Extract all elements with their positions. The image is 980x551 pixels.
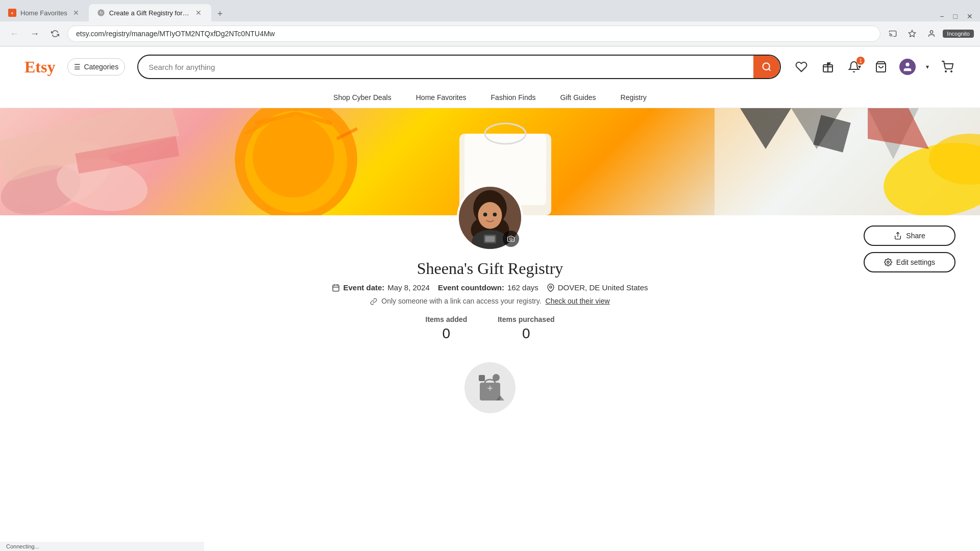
wishlist-button[interactable] <box>793 59 810 75</box>
svg-point-6 <box>930 31 933 33</box>
hamburger-icon: ☰ <box>74 63 81 71</box>
user-avatar[interactable] <box>899 59 916 75</box>
svg-rect-45 <box>485 236 495 242</box>
svg-point-42 <box>493 213 497 217</box>
back-button[interactable]: ← <box>6 26 22 42</box>
svg-point-20 <box>253 116 334 197</box>
bottom-icon-area <box>0 352 980 423</box>
svg-point-7 <box>763 63 770 70</box>
bookmark-button[interactable] <box>904 26 920 42</box>
search-button[interactable] <box>753 55 780 79</box>
tab-registry-close[interactable]: ✕ <box>194 8 203 17</box>
nav-shop-cyber-deals[interactable]: Shop Cyber Deals <box>333 93 391 102</box>
items-purchased-stat: Items purchased 0 <box>498 315 554 342</box>
tab-home-close[interactable]: ✕ <box>71 8 81 17</box>
status-text: Connecting... <box>6 543 39 549</box>
categories-button[interactable]: ☰ Categories <box>67 58 125 76</box>
nav-registry[interactable]: Registry <box>621 93 647 102</box>
reload-button[interactable] <box>47 26 63 42</box>
nav-home-favorites[interactable]: Home Favorites <box>416 93 467 102</box>
location-value: DOVER, DE United States <box>558 283 648 292</box>
action-buttons: Share Edit settings <box>864 226 955 272</box>
svg-point-46 <box>510 238 512 240</box>
registry-title: Sheena's Gift Registry <box>417 259 564 278</box>
maximize-button[interactable]: □ <box>950 11 961 21</box>
items-purchased-value: 0 <box>522 325 530 342</box>
svg-point-40 <box>478 202 502 229</box>
svg-text:↻: ↻ <box>99 11 103 15</box>
privacy-text: Only someone with a link can access your… <box>381 297 541 305</box>
check-view-link[interactable]: Check out their view <box>546 297 610 305</box>
etsy-logo[interactable]: Etsy <box>24 58 55 77</box>
browser-chrome: e Home Favorites ✕ ↻ Create a Gift Regis… <box>0 0 980 46</box>
event-date-value: May 8, 2024 <box>387 283 430 292</box>
svg-point-12 <box>951 71 952 72</box>
address-bar-row: ← → Incognito <box>0 21 980 46</box>
add-items-icon <box>464 362 516 413</box>
svg-point-36 <box>887 261 889 263</box>
tab-registry[interactable]: ↻ Create a Gift Registry for a Birth ✕ <box>89 4 211 21</box>
bag-button[interactable] <box>873 59 889 75</box>
privacy-note: Only someone with a link can access your… <box>370 297 609 305</box>
minimize-button[interactable]: − <box>937 11 947 21</box>
header-icons: 1 ▾ ▾ <box>793 59 955 75</box>
etsy-header: Etsy ☰ Categories <box>0 46 980 108</box>
link-icon <box>370 298 377 305</box>
search-input[interactable] <box>138 63 753 71</box>
items-purchased-label: Items purchased <box>498 315 554 323</box>
gift-card-button[interactable] <box>820 59 836 75</box>
tab-home-favicon: e <box>8 9 16 17</box>
items-added-value: 0 <box>443 325 451 342</box>
incognito-badge[interactable]: Incognito <box>943 30 974 38</box>
edit-settings-label: Edit settings <box>896 258 935 266</box>
change-photo-button[interactable] <box>503 231 519 247</box>
svg-rect-54 <box>489 386 491 391</box>
event-date-meta: Event date: May 8, 2024 <box>332 283 429 292</box>
search-bar <box>137 55 781 79</box>
share-label: Share <box>906 232 925 240</box>
notifications-button[interactable]: 1 ▾ <box>846 59 863 75</box>
profile-button[interactable] <box>923 26 940 42</box>
categories-label: Categories <box>84 63 118 71</box>
profile-section: Sheena's Gift Registry Event date: May 8… <box>0 215 980 352</box>
address-input[interactable] <box>67 26 880 42</box>
notification-badge: 1 <box>856 57 865 65</box>
tab-home-label: Home Favorites <box>20 9 67 17</box>
svg-rect-47 <box>333 285 339 291</box>
forward-button[interactable]: → <box>27 26 43 42</box>
event-countdown-meta: Event countdown: 162 days <box>438 283 538 292</box>
toolbar-icons: Incognito <box>885 26 974 42</box>
svg-point-10 <box>905 63 909 66</box>
items-added-stat: Items added 0 <box>426 315 468 342</box>
stats-row: Items added 0 Items purchased 0 <box>426 315 555 342</box>
event-countdown-value: 162 days <box>507 283 538 292</box>
nav-gift-guides[interactable]: Gift Guides <box>560 93 596 102</box>
tab-registry-label: Create a Gift Registry for a Birth <box>109 9 190 17</box>
etsy-nav: Shop Cyber Deals Home Favorites Fashion … <box>24 87 955 108</box>
tab-home-favorites[interactable]: e Home Favorites ✕ <box>0 4 89 21</box>
svg-point-11 <box>945 71 946 72</box>
etsy-page: Etsy ☰ Categories <box>0 46 980 542</box>
cart-button[interactable] <box>939 59 955 75</box>
registry-content: Share Edit settings <box>0 215 980 423</box>
nav-fashion-finds[interactable]: Fashion Finds <box>491 93 536 102</box>
avatar-container <box>457 185 523 251</box>
tab-registry-favicon: ↻ <box>97 9 105 17</box>
close-button[interactable]: ✕ <box>964 11 976 21</box>
cast-button[interactable] <box>885 26 901 42</box>
etsy-header-top: Etsy ☰ Categories <box>24 46 955 87</box>
tab-bar: e Home Favorites ✕ ↻ Create a Gift Regis… <box>0 0 980 21</box>
tab-bar-end: − □ ✕ <box>227 11 980 21</box>
event-date-label: Event date: <box>343 283 384 292</box>
new-tab-button[interactable]: + <box>213 7 227 21</box>
share-button[interactable]: Share <box>864 226 955 246</box>
event-countdown-label: Event countdown: <box>438 283 504 292</box>
edit-settings-button[interactable]: Edit settings <box>864 252 955 272</box>
registry-meta: Event date: May 8, 2024 Event countdown:… <box>332 283 648 292</box>
svg-rect-52 <box>480 383 500 400</box>
svg-rect-55 <box>479 375 485 381</box>
avatar-chevron: ▾ <box>926 63 929 70</box>
svg-point-51 <box>550 286 552 288</box>
items-added-label: Items added <box>426 315 468 323</box>
status-bar: Connecting... <box>0 542 204 551</box>
